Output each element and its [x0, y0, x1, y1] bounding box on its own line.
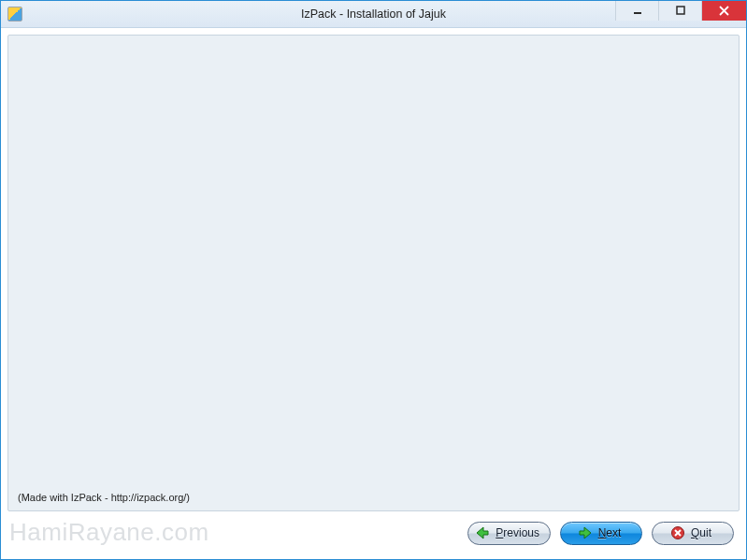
- client-area: (Made with IzPack - http://izpack.org/) …: [1, 28, 746, 559]
- button-row: Previous Next Quit: [7, 511, 740, 553]
- next-label: Next: [598, 526, 622, 539]
- installer-window: IzPack - Installation of Jajuk (Made wit…: [0, 0, 747, 560]
- maximize-button[interactable]: [658, 1, 701, 21]
- next-button[interactable]: Next: [560, 522, 642, 545]
- minimize-icon: [633, 6, 642, 15]
- svg-rect-1: [677, 7, 684, 14]
- previous-button[interactable]: Previous: [467, 522, 551, 545]
- svg-marker-5: [580, 527, 591, 538]
- cancel-icon: [670, 525, 685, 540]
- quit-button[interactable]: Quit: [652, 522, 734, 545]
- made-with-label: (Made with IzPack - http://izpack.org/): [18, 492, 190, 503]
- titlebar[interactable]: IzPack - Installation of Jajuk: [1, 1, 746, 28]
- previous-label: Previous: [496, 526, 539, 539]
- minimize-button[interactable]: [615, 1, 658, 21]
- close-icon: [719, 6, 729, 16]
- quit-label: Quit: [691, 526, 711, 539]
- svg-rect-0: [634, 12, 641, 14]
- window-controls: [615, 1, 746, 21]
- arrow-left-icon: [475, 525, 490, 540]
- svg-marker-4: [477, 527, 488, 538]
- arrow-right-icon: [578, 525, 593, 540]
- close-button[interactable]: [701, 1, 746, 21]
- app-icon: [7, 7, 22, 22]
- content-panel: (Made with IzPack - http://izpack.org/): [7, 35, 740, 511]
- maximize-icon: [676, 6, 685, 15]
